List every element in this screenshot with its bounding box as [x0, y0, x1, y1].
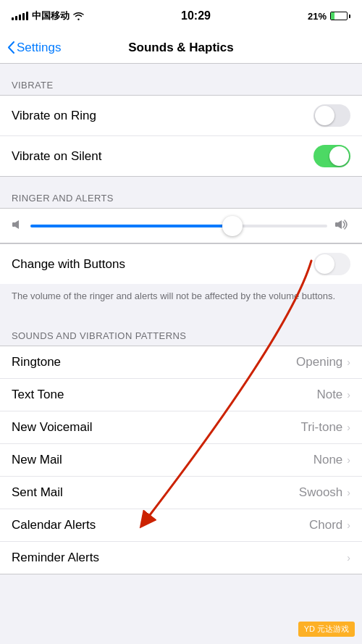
sounds-section-header: SOUNDS AND VIBRATION PATTERNS — [0, 314, 362, 346]
battery-indicator — [330, 12, 350, 20]
back-button[interactable]: Settings — [7, 41, 61, 55]
sounds-group: Ringtone Opening › Text Tone Note › New … — [0, 346, 362, 574]
carrier-label: 中国移动 — [32, 9, 70, 22]
vibrate-on-ring-toggle[interactable] — [313, 104, 350, 127]
ringtone-label: Ringtone — [12, 355, 61, 369]
new-voicemail-chevron: › — [347, 422, 350, 433]
sent-mail-label: Sent Mail — [12, 485, 63, 500]
text-tone-row[interactable]: Text Tone Note › — [0, 379, 362, 411]
volume-slider-row — [12, 217, 350, 234]
page-wrapper: 中国移动 10:29 21% Settings — [0, 0, 362, 644]
ringtone-row[interactable]: Ringtone Opening › — [0, 346, 362, 379]
volume-high-icon — [334, 217, 350, 234]
svg-rect-1 — [335, 222, 338, 227]
toggle-knob-cwb — [315, 254, 334, 274]
status-left: 中国移动 — [12, 9, 84, 22]
wifi-icon — [73, 12, 84, 20]
calendar-alerts-chevron: › — [347, 519, 350, 531]
new-mail-label: New Mail — [12, 453, 62, 467]
vibrate-section-header: VIBRATE — [0, 64, 362, 95]
text-tone-right: Note › — [316, 388, 350, 402]
volume-low-icon — [12, 219, 23, 233]
time-display: 10:29 — [181, 9, 211, 22]
vibrate-group: Vibrate on Ring Vibrate on Silent — [0, 95, 362, 177]
new-voicemail-label: New Voicemail — [12, 420, 93, 435]
info-text-section: The volume of the ringer and alerts will… — [0, 284, 362, 314]
volume-slider-fill — [30, 225, 232, 227]
vibrate-on-ring-row: Vibrate on Ring — [0, 96, 362, 136]
info-text: The volume of the ringer and alerts will… — [12, 290, 350, 303]
new-mail-right: None › — [313, 453, 350, 467]
reminder-alerts-label: Reminder Alerts — [12, 551, 99, 565]
back-chevron-icon — [7, 41, 14, 54]
text-tone-value: Note — [316, 388, 342, 402]
signal-bars — [12, 12, 28, 20]
ringtone-chevron: › — [347, 356, 350, 368]
vibrate-on-ring-label: Vibrate on Ring — [12, 109, 96, 123]
calendar-alerts-label: Calendar Alerts — [12, 518, 96, 532]
change-with-buttons-toggle[interactable] — [313, 253, 350, 275]
ringtone-right: Opening › — [296, 355, 350, 369]
new-voicemail-row[interactable]: New Voicemail Tri-tone › — [0, 411, 362, 444]
sent-mail-right: Swoosh › — [299, 485, 350, 500]
new-mail-chevron: › — [347, 454, 350, 466]
new-voicemail-right: Tri-tone › — [300, 420, 350, 435]
vibrate-on-silent-toggle[interactable] — [313, 145, 350, 167]
reminder-alerts-chevron: › — [347, 552, 350, 564]
status-bar: 中国移动 10:29 21% — [0, 0, 362, 32]
ringer-slider-section — [0, 208, 362, 243]
vibrate-on-silent-row: Vibrate on Silent — [0, 136, 362, 176]
change-with-buttons-row: Change with Buttons — [0, 243, 362, 284]
sent-mail-value: Swoosh — [299, 485, 342, 500]
svg-rect-0 — [12, 222, 15, 227]
volume-high-svg — [334, 219, 350, 230]
toggle-knob — [315, 106, 334, 125]
volume-slider-track[interactable] — [30, 225, 327, 227]
status-right: 21% — [308, 11, 350, 22]
sent-mail-row[interactable]: Sent Mail Swoosh › — [0, 477, 362, 509]
calendar-alerts-right: Chord › — [309, 518, 350, 532]
change-with-buttons-label: Change with Buttons — [12, 257, 125, 272]
new-mail-row[interactable]: New Mail None › — [0, 444, 362, 477]
sent-mail-chevron: › — [347, 487, 350, 498]
nav-bar: Settings Sounds & Haptics — [0, 32, 362, 64]
battery-percent: 21% — [308, 11, 327, 22]
page-title: Sounds & Haptics — [128, 41, 233, 55]
volume-slider-thumb[interactable] — [222, 216, 243, 236]
back-label: Settings — [17, 41, 61, 55]
reminder-alerts-right: › — [342, 552, 350, 564]
reminder-alerts-row[interactable]: Reminder Alerts › — [0, 542, 362, 574]
vibrate-on-silent-label: Vibrate on Silent — [12, 149, 101, 164]
new-voicemail-value: Tri-tone — [300, 420, 342, 435]
new-mail-value: None — [313, 453, 343, 467]
calendar-alerts-row[interactable]: Calendar Alerts Chord › — [0, 509, 362, 542]
toggle-knob-silent — [329, 146, 349, 166]
watermark: YD 元达游戏 — [298, 622, 355, 637]
text-tone-chevron: › — [347, 389, 350, 401]
ringtone-value: Opening — [296, 355, 342, 369]
ringer-section-header: RINGER AND ALERTS — [0, 177, 362, 208]
calendar-alerts-value: Chord — [309, 518, 342, 532]
text-tone-label: Text Tone — [12, 388, 64, 402]
volume-low-svg — [12, 219, 23, 230]
